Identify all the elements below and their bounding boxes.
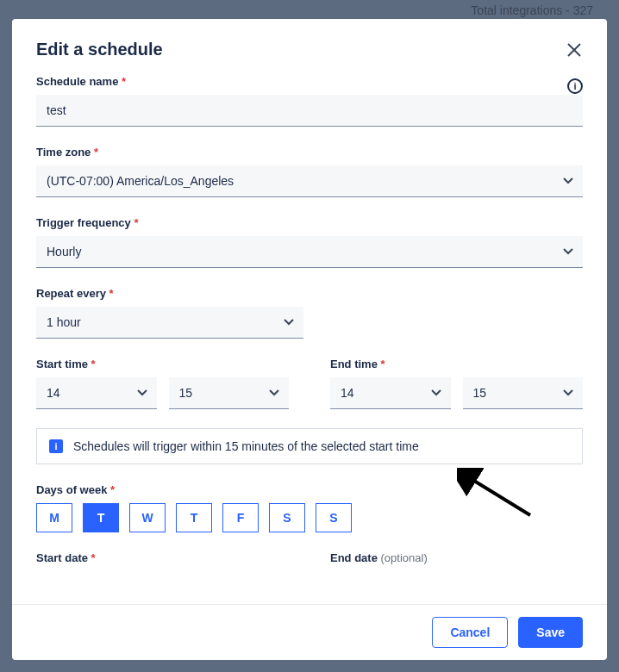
end-date-label: End date (optional) bbox=[330, 551, 583, 564]
time-row: Start time * 14 15 bbox=[36, 358, 583, 409]
start-date-col: Start date * bbox=[36, 551, 289, 571]
timezone-label: Time zone * bbox=[36, 146, 583, 159]
info-icon[interactable]: i bbox=[567, 78, 583, 94]
modal-title: Edit a schedule bbox=[36, 40, 163, 59]
close-icon[interactable] bbox=[566, 41, 583, 59]
modal-body: i Schedule name * Time zone * (UTC-07:00… bbox=[12, 72, 607, 604]
info-banner-icon: i bbox=[49, 439, 63, 453]
start-date-label: Start date * bbox=[36, 551, 289, 564]
date-row: Start date * End date (optional) bbox=[36, 551, 583, 571]
day-button[interactable]: T bbox=[83, 503, 119, 532]
schedule-name-field: Schedule name * bbox=[36, 75, 583, 127]
days-of-week-field: Days of week * MTWTFSS bbox=[36, 483, 583, 532]
end-hour-select[interactable]: 14 bbox=[330, 377, 451, 409]
edit-schedule-modal: Edit a schedule i Schedule name * Time z… bbox=[12, 19, 607, 660]
cancel-button[interactable]: Cancel bbox=[432, 617, 508, 648]
day-button[interactable]: S bbox=[269, 503, 305, 532]
end-time-label: End time * bbox=[330, 358, 583, 370]
start-hour-select[interactable]: 14 bbox=[36, 377, 157, 409]
trigger-frequency-select[interactable]: Hourly bbox=[36, 236, 583, 268]
schedule-name-input[interactable] bbox=[36, 95, 583, 127]
timezone-select[interactable]: (UTC-07:00) America/Los_Angeles bbox=[36, 165, 583, 197]
end-minute-select[interactable]: 15 bbox=[463, 377, 584, 409]
timezone-field: Time zone * (UTC-07:00) America/Los_Ange… bbox=[36, 146, 583, 197]
save-button[interactable]: Save bbox=[518, 617, 583, 648]
background-text: Total integrations - 327 bbox=[471, 3, 593, 17]
day-button[interactable]: W bbox=[129, 503, 166, 532]
start-time-label: Start time * bbox=[36, 358, 289, 370]
repeat-every-field: Repeat every * 1 hour bbox=[36, 287, 583, 339]
days-row: MTWTFSS bbox=[36, 503, 583, 532]
modal-footer: Cancel Save bbox=[12, 604, 607, 660]
end-time-col: End time * 14 15 bbox=[330, 358, 583, 409]
end-date-col: End date (optional) bbox=[330, 551, 583, 571]
start-time-col: Start time * 14 15 bbox=[36, 358, 289, 409]
day-button[interactable]: S bbox=[316, 503, 352, 532]
schedule-name-label: Schedule name * bbox=[36, 75, 583, 88]
info-banner-text: Schedules will trigger within 15 minutes… bbox=[73, 439, 419, 453]
trigger-frequency-field: Trigger frequency * Hourly bbox=[36, 216, 583, 268]
start-minute-select[interactable]: 15 bbox=[169, 377, 290, 409]
repeat-every-select[interactable]: 1 hour bbox=[36, 307, 303, 339]
modal-header: Edit a schedule bbox=[12, 19, 607, 72]
repeat-every-label: Repeat every * bbox=[36, 287, 583, 300]
days-of-week-label: Days of week * bbox=[36, 483, 583, 496]
day-button[interactable]: T bbox=[176, 503, 212, 532]
trigger-frequency-label: Trigger frequency * bbox=[36, 216, 583, 229]
day-button[interactable]: F bbox=[222, 503, 259, 532]
info-banner: i Schedules will trigger within 15 minut… bbox=[36, 428, 583, 464]
day-button[interactable]: M bbox=[36, 503, 72, 532]
